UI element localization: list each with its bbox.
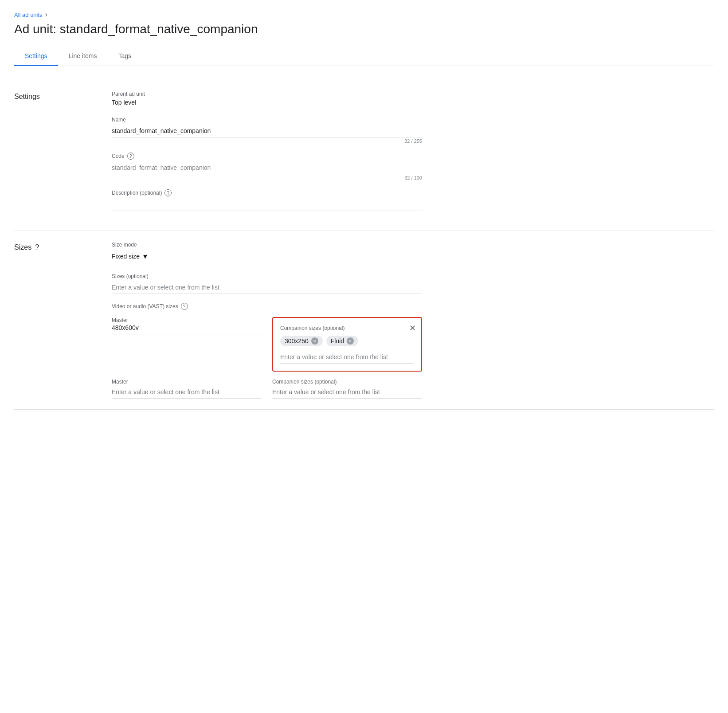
bottom-companion-label: Companion sizes (optional): [272, 379, 422, 385]
chip-300x250-label: 300x250: [285, 337, 309, 345]
name-label: Name: [112, 117, 422, 123]
tabs-bar: Settings Line items Tags: [14, 47, 714, 66]
size-mode-field: Size mode Fixed size ▾: [112, 242, 422, 264]
companion-input[interactable]: [280, 351, 414, 364]
parent-ad-unit-field: Parent ad unit Top level: [112, 91, 422, 108]
code-help-icon[interactable]: ?: [127, 153, 134, 160]
sizes-section: Sizes ? Size mode Fixed size ▾ Sizes (op…: [14, 231, 714, 410]
settings-section-content: Parent ad unit Top level Name 32 / 255 C…: [112, 91, 422, 220]
sizes-optional-field: Sizes (optional): [112, 273, 422, 294]
vast-row: Master 480x600v Companion sizes (optiona…: [112, 317, 422, 372]
bottom-companion-input[interactable]: [272, 387, 422, 399]
parent-ad-unit-label: Parent ad unit: [112, 91, 422, 97]
size-mode-dropdown[interactable]: Fixed size ▾: [112, 250, 192, 264]
parent-ad-unit-value: Top level: [112, 99, 422, 108]
size-mode-value: Fixed size: [112, 253, 140, 260]
bottom-companion-col: Companion sizes (optional): [272, 379, 422, 399]
sizes-optional-label: Sizes (optional): [112, 273, 422, 279]
breadcrumb: All ad units ›: [14, 11, 714, 19]
description-field: Description (optional) ?: [112, 189, 422, 211]
sizes-help-icon[interactable]: ?: [35, 243, 39, 251]
settings-section-label: Settings: [14, 91, 112, 220]
bottom-master-col: Master: [112, 379, 262, 399]
description-help-icon[interactable]: ?: [164, 189, 172, 196]
code-char-count: 32 / 100: [112, 175, 422, 180]
name-field: Name 32 / 255: [112, 117, 422, 144]
chip-fluid-close[interactable]: ×: [347, 337, 354, 345]
chip-row: 300x250 × Fluid ×: [280, 336, 414, 346]
vast-master-label: Master: [112, 317, 262, 323]
tab-settings[interactable]: Settings: [14, 47, 58, 66]
settings-section: Settings Parent ad unit Top level Name 3…: [14, 80, 714, 231]
size-mode-label: Size mode: [112, 242, 422, 248]
companion-box-close-icon[interactable]: ✕: [409, 323, 416, 333]
sizes-optional-input[interactable]: [112, 281, 422, 294]
name-char-count: 32 / 255: [112, 138, 422, 144]
companion-box: Companion sizes (optional) 300x250 × Flu…: [272, 317, 422, 372]
code-label: Code ?: [112, 153, 422, 160]
chip-fluid-label: Fluid: [331, 337, 344, 345]
dropdown-arrow-icon: ▾: [143, 251, 147, 261]
bottom-master-input[interactable]: [112, 387, 262, 399]
description-input[interactable]: [112, 198, 422, 211]
name-input[interactable]: [112, 125, 422, 137]
chip-300x250: 300x250 ×: [280, 336, 323, 346]
vast-master-col: Master 480x600v: [112, 317, 262, 372]
description-label: Description (optional) ?: [112, 189, 422, 196]
vast-help-icon[interactable]: ?: [181, 303, 188, 310]
bottom-vast-row: Master Companion sizes (optional): [112, 379, 422, 399]
sizes-section-label: Sizes ?: [14, 242, 112, 399]
chip-300x250-close[interactable]: ×: [311, 337, 318, 345]
tab-tags[interactable]: Tags: [107, 47, 142, 66]
sizes-section-content: Size mode Fixed size ▾ Sizes (optional) …: [112, 242, 422, 399]
companion-box-label: Companion sizes (optional): [280, 325, 414, 331]
code-field: Code ? 32 / 100: [112, 153, 422, 180]
breadcrumb-link[interactable]: All ad units: [14, 12, 43, 18]
breadcrumb-chevron-icon: ›: [45, 11, 47, 19]
chip-fluid: Fluid ×: [326, 336, 358, 346]
code-input[interactable]: [112, 161, 422, 174]
vast-master-value: 480x600v: [112, 324, 262, 334]
tab-line-items[interactable]: Line items: [58, 47, 108, 66]
page-title: Ad unit: standard_format_native_companio…: [14, 22, 714, 36]
bottom-master-label: Master: [112, 379, 262, 385]
vast-label: Video or audio (VAST) sizes ?: [112, 303, 422, 310]
